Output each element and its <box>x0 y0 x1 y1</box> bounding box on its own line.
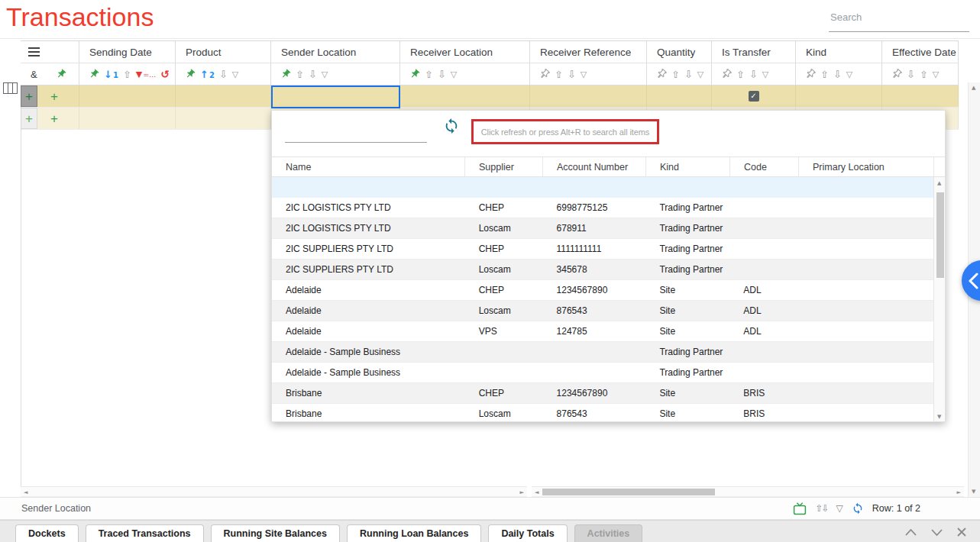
hscrollbar-thumb[interactable] <box>542 489 715 495</box>
search-input[interactable] <box>829 9 969 32</box>
row-handle[interactable]: + <box>21 85 37 107</box>
pin-icon[interactable] <box>803 66 818 82</box>
grid-cell-quantity[interactable] <box>647 85 712 107</box>
column-header-quantity[interactable]: Quantity <box>647 41 712 63</box>
scroll-right-arrow-icon[interactable]: ► <box>957 487 961 498</box>
pin-icon[interactable] <box>183 66 198 82</box>
scroll-up-arrow-icon[interactable]: ▲ <box>972 85 975 91</box>
popup-empty-selected-row[interactable] <box>272 177 933 198</box>
sort-desc-icon[interactable]: ⇩ <box>309 69 317 79</box>
pin-icon[interactable] <box>278 66 293 82</box>
tab-dockets[interactable]: Dockets <box>15 524 79 542</box>
grid-row-1[interactable]: ++✓ <box>21 85 959 108</box>
pin-icon[interactable] <box>537 66 552 82</box>
filter-icon[interactable]: ▽ <box>232 70 238 79</box>
sort-asc-icon[interactable]: ⇧ <box>920 69 928 79</box>
add-row-icon[interactable]: + <box>50 112 58 125</box>
location-row[interactable]: 2IC LOGISTICS PTY LTDLoscam678911Trading… <box>272 218 933 239</box>
tab-running-loan-balances[interactable]: Running Loan Balances <box>347 524 481 542</box>
pin-icon[interactable] <box>53 66 69 82</box>
sort-asc-icon[interactable]: ⇧ <box>123 69 131 79</box>
scroll-down-arrow-icon[interactable]: ▼ <box>937 414 941 420</box>
location-row[interactable]: AdelaideVPS124785SiteADL <box>272 321 933 342</box>
filter-icon[interactable]: ▽ <box>933 70 939 79</box>
expand-up-icon[interactable] <box>904 528 917 537</box>
grid-cell-kind[interactable] <box>796 85 882 107</box>
popup-column-header-primary-location[interactable]: Primary Location <box>799 157 934 176</box>
location-row[interactable]: 2IC SUPPLIERS PTY LTDCHEP1111111111Tradi… <box>272 239 933 260</box>
filter-icon[interactable]: ▽ <box>322 70 328 79</box>
sort-asc-active-icon[interactable]: ↑2 <box>200 69 215 79</box>
filter-icon[interactable]: ▽ <box>697 70 703 79</box>
grid-cell-is-transfer[interactable]: ✓ <box>712 85 796 107</box>
sort-asc-icon[interactable]: ⇧ <box>820 69 829 79</box>
location-row[interactable]: AdelaideLoscam876543SiteADL <box>272 301 933 321</box>
column-header-row-menu[interactable] <box>21 41 79 63</box>
popup-column-header-supplier[interactable]: Supplier <box>465 157 543 176</box>
sort-asc-icon[interactable]: ⇧ <box>555 69 563 79</box>
sort-indicator-icon[interactable]: ⇧⇩ <box>815 503 827 514</box>
sort-desc-icon[interactable]: ⇩ <box>219 69 228 79</box>
location-row[interactable]: Adelaide - Sample BusinessTrading Partne… <box>272 363 933 383</box>
grid-cell-product[interactable] <box>176 108 271 129</box>
grid-cell-effective-date[interactable] <box>882 85 959 107</box>
sort-desc-icon[interactable]: ⇩ <box>438 69 446 79</box>
filter-icon[interactable]: ▽ <box>581 70 587 79</box>
grid-cell-product[interactable] <box>176 85 271 107</box>
column-header-receiver-reference[interactable]: Receiver Reference <box>530 41 647 63</box>
sort-asc-icon[interactable]: ⇧ <box>425 69 433 79</box>
sort-desc-icon[interactable]: ⇩ <box>749 69 758 79</box>
location-row[interactable]: BrisbaneCHEP1234567890SiteBRIS <box>272 383 933 404</box>
tab-traced-transactions[interactable]: Traced Transactions <box>86 524 204 542</box>
collapse-down-icon[interactable] <box>930 528 943 537</box>
grid-cell-receiver-location[interactable] <box>400 85 530 107</box>
column-chooser-icon[interactable] <box>3 82 18 94</box>
location-row[interactable]: AdelaideCHEP1234567890SiteADL <box>272 280 933 301</box>
clear-sort-filter-icon[interactable]: ↺ <box>160 69 170 79</box>
grid-cell-sending-date[interactable] <box>79 85 176 107</box>
scroll-left-arrow-icon[interactable]: ◄ <box>535 487 539 498</box>
row-handle[interactable]: + <box>21 108 37 129</box>
add-row-icon[interactable]: + <box>50 90 58 103</box>
popup-scrollbar-thumb[interactable] <box>936 192 944 278</box>
grid-cell-receiver-reference[interactable] <box>530 85 647 107</box>
sort-asc-icon[interactable]: ⇧ <box>736 69 745 79</box>
grid-cell-row-menu[interactable]: ++ <box>21 85 79 107</box>
location-row[interactable]: 2IC SUPPLIERS PTY LTDLoscam345678Trading… <box>272 260 933 280</box>
column-header-kind[interactable]: Kind <box>796 41 882 63</box>
popup-scrollbar[interactable]: ▲ ▼ <box>933 177 946 422</box>
is-transfer-checkbox[interactable]: ✓ <box>749 91 759 102</box>
sort-asc-icon[interactable]: ⇧ <box>296 69 304 79</box>
location-row[interactable]: BrisbaneLoscam876543SiteBRIS <box>272 404 933 422</box>
grid-cell-sending-date[interactable] <box>79 108 176 129</box>
grid-menu-icon[interactable] <box>28 45 40 59</box>
pin-icon[interactable] <box>889 66 904 82</box>
column-header-is-transfer[interactable]: Is Transfer <box>712 41 796 63</box>
popup-column-header-account-number[interactable]: Account Number <box>543 157 646 176</box>
selected-sender-location-cell[interactable] <box>271 85 400 108</box>
sort-desc-icon[interactable]: ⇩ <box>684 69 693 79</box>
filter-active-icon[interactable]: ▼=... <box>136 70 157 79</box>
scroll-left-arrow-icon[interactable]: ◄ <box>24 487 27 498</box>
scroll-right-arrow-icon[interactable]: ► <box>520 487 524 498</box>
grid-hscrollbar[interactable]: ◄ ► <box>532 486 964 497</box>
column-header-receiver-location[interactable]: Receiver Location <box>400 41 530 63</box>
filter-icon[interactable]: ▽ <box>762 70 768 79</box>
refresh-icon[interactable] <box>443 118 460 134</box>
tab-daily-totals[interactable]: Daily Totals <box>488 524 567 542</box>
grid-cell-row-menu[interactable]: ++ <box>21 108 79 129</box>
side-panel-toggle-button[interactable] <box>962 260 980 301</box>
close-icon[interactable] <box>956 527 967 537</box>
sort-asc-icon[interactable]: ⇧ <box>671 69 680 79</box>
popup-search-input[interactable] <box>285 124 427 143</box>
filter-icon[interactable]: ▽ <box>846 70 852 79</box>
pinned-columns-hscrollbar[interactable]: ◄ ► <box>21 486 527 497</box>
refresh-icon[interactable] <box>852 502 864 515</box>
live-view-icon[interactable] <box>793 502 807 515</box>
tab-running-site-balances[interactable]: Running Site Balances <box>211 524 340 542</box>
pin-icon[interactable] <box>654 66 669 82</box>
filter-icon[interactable]: ▽ <box>451 70 457 79</box>
pin-icon[interactable] <box>407 66 422 82</box>
pin-icon[interactable] <box>719 66 734 82</box>
location-row[interactable]: 2IC LOGISTICS PTY LTDCHEP6998775125Tradi… <box>272 198 933 218</box>
